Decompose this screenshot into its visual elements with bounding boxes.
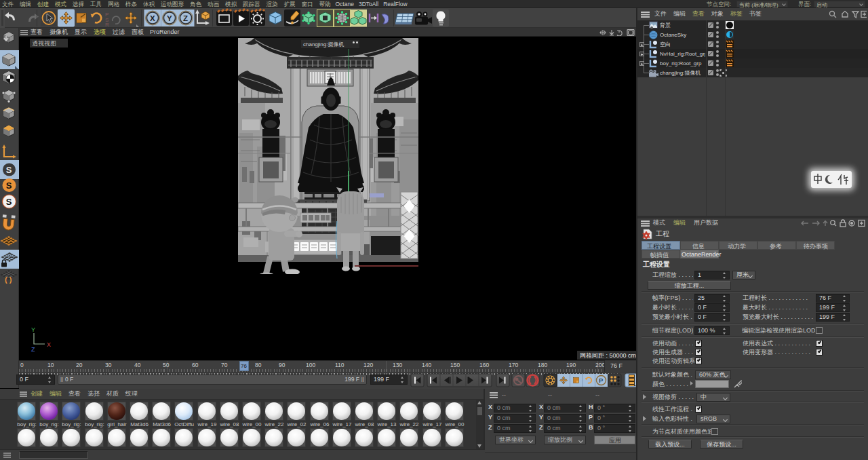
- svg-text:Y: Y: [167, 14, 172, 22]
- svg-text:Z: Z: [183, 14, 188, 22]
- svg-text:S: S: [6, 197, 12, 207]
- svg-text:P: P: [599, 377, 604, 384]
- svg-text:S: S: [6, 165, 12, 175]
- svg-text:S: S: [6, 180, 12, 191]
- svg-text:Z: Z: [31, 346, 35, 351]
- svg-text:R: R: [105, 22, 109, 28]
- svg-text:Y: Y: [31, 326, 35, 333]
- svg-text:X: X: [150, 14, 155, 22]
- svg-text:X: X: [47, 341, 51, 348]
- svg-text:( ): ( ): [5, 275, 12, 284]
